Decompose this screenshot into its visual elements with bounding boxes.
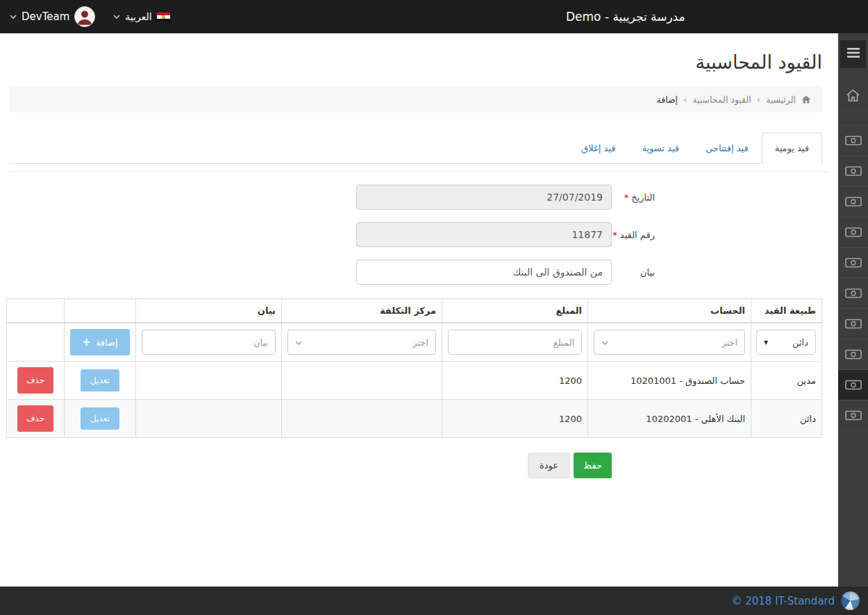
sidebar-item-money-6[interactable] bbox=[838, 278, 868, 309]
edit-button[interactable]: تعديل bbox=[81, 369, 119, 391]
user-name: DevTeam bbox=[22, 10, 69, 23]
table-filter-row: دائن ▼ اختر اختر bbox=[7, 323, 822, 362]
home-icon bbox=[846, 89, 860, 102]
statement-label: بيان bbox=[612, 267, 655, 278]
amount-input[interactable] bbox=[448, 330, 582, 355]
tab-closing[interactable]: قيد إغلاق bbox=[568, 133, 628, 164]
sidebar-item-money-4[interactable] bbox=[838, 217, 868, 248]
sidebar-item-money-9[interactable] bbox=[838, 370, 868, 401]
save-button[interactable]: حفظ bbox=[574, 453, 612, 478]
cell-account: 10201001 - حساب الصندوق bbox=[588, 362, 751, 400]
cell-amount: 1200 bbox=[442, 362, 588, 400]
sidebar-item-money-1[interactable] bbox=[838, 126, 868, 156]
table-header-cell: مركز التكلفة bbox=[282, 299, 442, 323]
cell-nature: مدين bbox=[751, 362, 822, 400]
delete-button[interactable]: حذف bbox=[17, 405, 53, 432]
money-icon bbox=[845, 380, 862, 390]
table-header-row: طبيعة القيدالحسابالمبلغمركز التكلفةبيان bbox=[7, 299, 822, 323]
tab-opening[interactable]: قيد إفتتاحى bbox=[692, 133, 762, 164]
required-asterisk: * bbox=[612, 230, 617, 240]
cell-account: 10202001 - البنك الأهلي bbox=[588, 400, 751, 438]
cost-center-select[interactable]: اختر bbox=[287, 330, 436, 355]
egypt-flag-icon bbox=[157, 12, 170, 22]
table-header-cell: طبيعة القيد bbox=[751, 299, 822, 323]
account-select[interactable]: اختر bbox=[594, 330, 745, 355]
money-icon bbox=[845, 410, 862, 421]
tab-journal[interactable]: قيد يومية bbox=[762, 133, 822, 164]
nature-select-value: دائن bbox=[792, 337, 808, 348]
breadcrumb-separator-icon bbox=[757, 94, 760, 105]
cell-nature: دائن bbox=[751, 400, 822, 438]
cell-cost-center bbox=[282, 362, 442, 400]
money-icon bbox=[845, 258, 862, 268]
cost-center-select-placeholder: اختر bbox=[412, 337, 428, 348]
caret-down-icon: ▼ bbox=[764, 339, 768, 346]
entry-number-label: رقم القيد* bbox=[612, 230, 655, 240]
date-field[interactable] bbox=[356, 185, 612, 210]
table-header-cell bbox=[65, 299, 136, 323]
back-button[interactable]: عودة bbox=[528, 453, 570, 478]
home-icon bbox=[801, 95, 811, 104]
breadcrumb-separator-icon bbox=[683, 94, 687, 105]
sidebar bbox=[838, 33, 868, 587]
money-icon bbox=[845, 196, 862, 207]
chevron-down-icon bbox=[295, 337, 302, 348]
copyright-link[interactable]: © 2018 IT-Standard bbox=[731, 595, 835, 607]
topbar: DevTeam العربية مدرسة تجريبية - Demo bbox=[0, 0, 868, 33]
sidebar-item-money-2[interactable] bbox=[838, 156, 868, 187]
chevron-down-icon bbox=[601, 337, 608, 348]
hamburger-icon bbox=[846, 47, 860, 61]
sidebar-items bbox=[838, 81, 868, 431]
tab-bar: قيد يوميةقيد إفتتاحىقيد تسويةقيد إغلاق bbox=[9, 133, 822, 164]
table-header-cell: بيان bbox=[136, 299, 282, 323]
account-select-placeholder: اختر bbox=[721, 337, 737, 348]
money-icon bbox=[845, 288, 862, 298]
table-row: دائن10202001 - البنك الأهلي1200تعديلحذف bbox=[7, 400, 822, 438]
language-label: العربية bbox=[125, 11, 151, 22]
sidebar-spacer bbox=[838, 111, 868, 126]
cell-statement bbox=[136, 362, 282, 400]
table-header-cell: الحساب bbox=[588, 299, 751, 323]
page-title: القيود المحاسبية bbox=[0, 51, 822, 74]
panel-divider bbox=[9, 171, 829, 172]
menu-toggle-button[interactable] bbox=[840, 40, 866, 68]
sidebar-item-money-10[interactable] bbox=[838, 401, 868, 431]
chevron-down-icon bbox=[10, 15, 17, 19]
sidebar-item-money-7[interactable] bbox=[838, 309, 868, 339]
user-avatar bbox=[74, 6, 95, 27]
user-dropdown[interactable]: DevTeam bbox=[10, 6, 95, 27]
cell-statement bbox=[136, 400, 282, 438]
breadcrumb-link[interactable]: القيود المحاسبية bbox=[692, 94, 751, 105]
language-dropdown[interactable]: العربية bbox=[113, 11, 169, 22]
statement-field[interactable] bbox=[356, 260, 612, 285]
add-row-button[interactable]: إضافة + bbox=[70, 329, 130, 355]
main-content: القيود المحاسبية الرئيسيةالقيود المحاسبي… bbox=[0, 33, 838, 587]
breadcrumb-current: إضافة bbox=[656, 94, 678, 105]
sidebar-item-money-5[interactable] bbox=[838, 248, 868, 278]
delete-button[interactable]: حذف bbox=[17, 367, 53, 394]
cell-cost-center bbox=[282, 400, 442, 438]
cell-edit: تعديل bbox=[65, 400, 136, 438]
form-row-date: التاريخ* bbox=[0, 185, 655, 210]
table-row: مدين10201001 - حساب الصندوق1200تعديلحذف bbox=[7, 362, 822, 400]
money-icon bbox=[845, 349, 862, 360]
edit-button[interactable]: تعديل bbox=[81, 407, 119, 430]
topbar-left: DevTeam العربية bbox=[10, 0, 170, 33]
sidebar-item-money-8[interactable] bbox=[838, 339, 868, 370]
nature-select[interactable]: دائن ▼ bbox=[756, 330, 816, 355]
table-header-cell: المبلغ bbox=[442, 299, 588, 323]
cell-edit: تعديل bbox=[65, 362, 136, 400]
breadcrumb-link[interactable]: الرئيسية bbox=[766, 94, 796, 105]
chevron-down-icon bbox=[113, 15, 120, 19]
tab-adjustment[interactable]: قيد تسوية bbox=[628, 133, 692, 164]
entries-table: طبيعة القيدالحسابالمبلغمركز التكلفةبيان … bbox=[6, 298, 822, 438]
form-row-entry-number: رقم القيد* bbox=[0, 222, 655, 247]
sidebar-item-money-3[interactable] bbox=[838, 187, 868, 217]
cell-delete: حذف bbox=[7, 400, 65, 438]
money-icon bbox=[845, 166, 862, 176]
sidebar-item-home[interactable] bbox=[838, 81, 868, 111]
required-asterisk: * bbox=[624, 192, 629, 203]
row-statement-input[interactable] bbox=[142, 330, 276, 355]
money-icon bbox=[845, 227, 862, 237]
entry-number-field[interactable] bbox=[356, 222, 612, 247]
